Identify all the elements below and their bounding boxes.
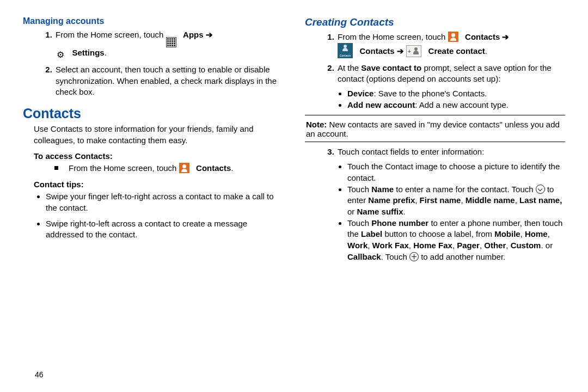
access-list: From the Home screen, touch Contacts. xyxy=(23,163,283,174)
create-step-1: From the Home screen, touch Contacts ➔ C… xyxy=(336,32,565,58)
save-contact-to: Save contact to xyxy=(361,63,421,72)
note-label: Note: xyxy=(306,120,327,129)
save-options-list: Device: Save to the phone's Contacts. Ad… xyxy=(338,88,565,111)
arrow-icon: ➔ xyxy=(206,30,213,39)
field-bullets: Touch the Contact image to choose a pict… xyxy=(338,161,565,262)
note-rule-bottom xyxy=(305,142,565,142)
tip-1: Swipe your finger left-to-right across a… xyxy=(46,191,283,213)
creating-contacts-steps-cont: Touch contact fields to enter informatio… xyxy=(305,146,565,262)
subhead-contact-tips: Contact tips: xyxy=(34,180,283,189)
step1-text-a: From the Home screen, touch xyxy=(56,30,166,39)
chevron-down-icon xyxy=(536,185,545,194)
settings-icon: ⚙ xyxy=(56,50,65,60)
right-column: Creating Contacts From the Home screen, … xyxy=(305,16,565,267)
bullet-name: Touch Name to enter a name for the conta… xyxy=(347,184,565,218)
bullet-contact-image: Touch the Contact image to choose a pict… xyxy=(347,161,565,183)
create-contact-label: Create contact xyxy=(428,46,485,56)
note-rule-top xyxy=(305,115,565,115)
contacts-intro: Use Contacts to store information for yo… xyxy=(34,124,283,146)
contacts-tab-label: Contacts xyxy=(360,46,395,56)
opt-add-account: Add new account: Add a new account type. xyxy=(347,100,565,111)
page-number: 46 xyxy=(35,370,44,379)
contacts-label: Contacts xyxy=(465,32,500,41)
s1-a: From the Home screen, touch xyxy=(338,32,448,41)
arrow-icon: ➔ xyxy=(502,32,509,41)
tip-2: Swipe right-to-left across a contact to … xyxy=(46,218,283,241)
create-step-2: At the Save contact to prompt, select a … xyxy=(336,63,565,111)
apps-icon xyxy=(166,37,176,47)
period: . xyxy=(231,163,233,173)
subhead-to-access: To access Contacts: xyxy=(34,151,283,161)
creating-contacts-steps: From the Home screen, touch Contacts ➔ C… xyxy=(305,32,565,111)
note-row: Note: New contacts are saved in "my devi… xyxy=(305,120,565,138)
step-2: Select an account, then touch a setting … xyxy=(54,64,283,98)
step-1: From the Home screen, touch Apps ➔ ⚙ Set… xyxy=(54,29,283,60)
access-text-a: From the Home screen, touch xyxy=(69,163,179,173)
managing-accounts-steps: From the Home screen, touch Apps ➔ ⚙ Set… xyxy=(23,29,283,98)
contact-tips-list: Swipe your finger left-to-right across a… xyxy=(23,191,283,241)
heading-contacts: Contacts xyxy=(23,106,283,121)
settings-label: Settings xyxy=(72,48,105,57)
two-column-layout: Managing accounts From the Home screen, … xyxy=(23,16,565,267)
heading-managing-accounts: Managing accounts xyxy=(23,16,283,26)
create-contact-icon: + xyxy=(406,45,421,57)
apps-label: Apps xyxy=(183,30,204,39)
note-text: New contacts are saved in "my device con… xyxy=(306,120,560,138)
contacts-app-icon xyxy=(448,32,458,42)
contacts-app-icon xyxy=(179,163,189,173)
heading-creating-contacts: Creating Contacts xyxy=(305,16,565,28)
contacts-label: Contacts xyxy=(196,163,231,173)
period: . xyxy=(105,48,107,57)
manual-page: Managing accounts From the Home screen, … xyxy=(0,0,588,392)
left-column: Managing accounts From the Home screen, … xyxy=(23,16,283,267)
arrow-icon: ➔ xyxy=(397,46,406,56)
plus-circle-icon xyxy=(409,252,419,261)
period: . xyxy=(485,46,487,56)
s3-text: Touch contact fields to enter informatio… xyxy=(338,147,484,156)
s2-a: At the xyxy=(338,63,361,72)
opt-device: Device: Save to the phone's Contacts. xyxy=(347,88,565,100)
contacts-tab-icon: Contacts xyxy=(338,43,353,58)
access-item: From the Home screen, touch Contacts. xyxy=(54,163,283,174)
bullet-phone-number: Touch Phone number to enter a phone numb… xyxy=(347,218,565,263)
create-step-3: Touch contact fields to enter informatio… xyxy=(336,146,565,262)
